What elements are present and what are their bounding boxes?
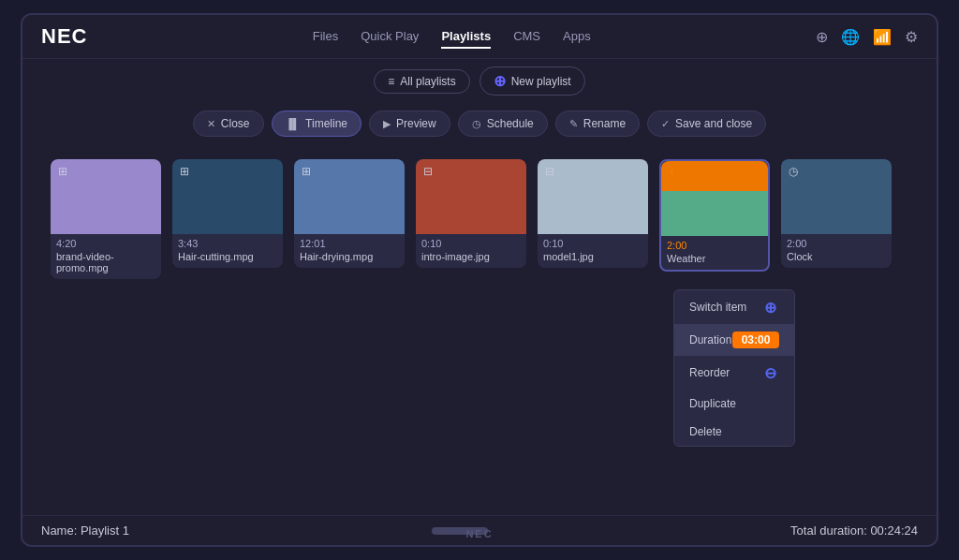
schedule-label: Schedule — [487, 117, 534, 130]
preview-icon: ▶ — [383, 118, 391, 130]
timeline-label: Timeline — [305, 117, 347, 130]
reorder-label: Reorder — [689, 366, 730, 379]
all-playlists-label: All playlists — [400, 75, 455, 88]
total-duration-label: Total duration: 00:24:24 — [790, 523, 918, 538]
card-bottom-4: 0:10 intro-image.jpg — [416, 234, 526, 268]
weather-icon: ↑ — [669, 167, 674, 180]
media-card-3[interactable]: ⊞ 12:01 Hair-drying.mpg — [294, 159, 405, 268]
name-3: Hair-drying.mpg — [300, 251, 399, 262]
duration-weather: 2:00 — [667, 240, 762, 251]
name-5: model1.jpg — [543, 251, 642, 262]
thumbnail-weather — [661, 161, 768, 236]
settings-icon[interactable]: ⚙ — [905, 28, 918, 46]
video-icon-2: ⊞ — [180, 165, 189, 178]
all-playlists-button[interactable]: ≡ All playlists — [374, 69, 469, 94]
name-1: brand-video-promo.mpg — [56, 251, 155, 273]
nec-logo: NEC — [41, 24, 87, 49]
context-duration[interactable]: Duration — [674, 324, 794, 356]
save-icon: ✓ — [661, 118, 670, 130]
switch-item-label: Switch item — [689, 301, 746, 314]
header-icons-group: ⊕ 🌐 📶 ⚙ — [816, 28, 918, 46]
media-card-2[interactable]: ⊞ 3:43 Hair-cutting.mpg — [172, 159, 283, 268]
main-nav: Files Quick Play Playlists CMS Apps — [313, 25, 591, 49]
rename-button[interactable]: ✎ Rename — [555, 111, 640, 137]
preview-label: Preview — [396, 117, 436, 130]
media-card-1[interactable]: ⊞ 4:20 brand-video-promo.mpg — [51, 159, 161, 279]
duration-2: 3:43 — [178, 238, 277, 249]
nav-quickplay[interactable]: Quick Play — [361, 25, 419, 49]
card-bottom-3: 12:01 Hair-drying.mpg — [294, 234, 405, 268]
timeline-button[interactable]: ▐▌ Timeline — [272, 111, 362, 137]
action-bar: ✕ Close ▐▌ Timeline ▶ Preview ◷ Schedule… — [22, 103, 937, 144]
list-icon: ≡ — [388, 75, 394, 88]
content-area: ⊞ 4:20 brand-video-promo.mpg ⊞ 3:43 Hair… — [22, 144, 937, 515]
schedule-button[interactable]: ◷ Schedule — [458, 111, 548, 137]
media-card-clock[interactable]: ◷ 2:00 Clock — [781, 159, 892, 268]
plus-icon: ⊕ — [494, 72, 506, 90]
close-label: Close — [221, 117, 250, 130]
card-bottom-1: 4:20 brand-video-promo.mpg — [51, 234, 161, 279]
delete-label: Delete — [689, 425, 722, 438]
context-menu: Switch item ⊕ Duration Reorder ⊖ Duplica… — [673, 289, 795, 447]
rename-icon: ✎ — [569, 118, 578, 130]
schedule-icon: ◷ — [472, 118, 481, 130]
tv-frame: NEC Files Quick Play Playlists CMS Apps … — [21, 13, 938, 547]
duplicate-label: Duplicate — [689, 397, 736, 410]
clock-icon: ◷ — [789, 165, 798, 178]
close-button[interactable]: ✕ Close — [193, 111, 264, 137]
switch-plus-button[interactable]: ⊕ — [760, 298, 779, 317]
save-close-button[interactable]: ✓ Save and close — [647, 111, 766, 137]
nav-cms[interactable]: CMS — [513, 25, 540, 49]
card-bottom-clock: 2:00 Clock — [781, 234, 892, 268]
toolbar-bar: ≡ All playlists ⊕ New playlist — [22, 59, 937, 103]
close-icon: ✕ — [207, 118, 215, 130]
context-reorder[interactable]: Reorder ⊖ — [674, 356, 794, 390]
duration-3: 12:01 — [300, 238, 399, 249]
nav-files[interactable]: Files — [313, 25, 338, 49]
duration-clock: 2:00 — [787, 238, 886, 249]
name-2: Hair-cutting.mpg — [178, 251, 277, 262]
name-clock: Clock — [787, 251, 886, 262]
media-card-5[interactable]: ⊟ 0:10 model1.jpg — [538, 159, 648, 268]
context-switch-item[interactable]: Switch item ⊕ — [674, 290, 794, 324]
nav-apps[interactable]: Apps — [563, 25, 591, 49]
playlist-strip: ⊞ 4:20 brand-video-promo.mpg ⊞ 3:43 Hair… — [51, 159, 908, 279]
context-delete[interactable]: Delete — [674, 418, 794, 446]
card-bottom-5: 0:10 model1.jpg — [538, 234, 648, 268]
context-duplicate[interactable]: Duplicate — [674, 390, 794, 418]
rename-label: Rename — [583, 117, 626, 130]
duration-input[interactable] — [732, 332, 779, 348]
wifi-icon[interactable]: 📶 — [873, 28, 892, 46]
video-icon-1: ⊞ — [58, 165, 67, 178]
duration-1: 4:20 — [56, 238, 155, 249]
name-weather: Weather — [667, 253, 762, 264]
image-icon-4: ⊟ — [423, 165, 433, 178]
duration-4: 0:10 — [421, 238, 521, 249]
save-close-label: Save and close — [675, 117, 752, 130]
playlist-name-label: Name: Playlist 1 — [41, 523, 129, 538]
image-icon-5: ⊟ — [545, 165, 554, 178]
header: NEC Files Quick Play Playlists CMS Apps … — [22, 15, 937, 59]
new-playlist-button[interactable]: ⊕ New playlist — [480, 66, 585, 96]
globe-icon[interactable]: 🌐 — [841, 28, 860, 46]
nav-playlists[interactable]: Playlists — [441, 25, 491, 49]
video-icon-3: ⊞ — [302, 165, 311, 178]
card-bottom-weather: 2:00 Weather — [661, 236, 768, 270]
new-playlist-label: New playlist — [511, 75, 571, 88]
duration-label: Duration — [689, 333, 731, 346]
card-bottom-2: 3:43 Hair-cutting.mpg — [172, 234, 283, 268]
duration-5: 0:10 — [543, 238, 642, 249]
media-card-weather[interactable]: ↑ 2:00 Weather — [659, 159, 770, 272]
media-card-4[interactable]: ⊟ 0:10 intro-image.jpg — [416, 159, 526, 268]
timeline-icon: ▐▌ — [286, 118, 301, 129]
preview-button[interactable]: ▶ Preview — [369, 111, 450, 137]
reorder-minus-button[interactable]: ⊖ — [760, 363, 779, 382]
name-4: intro-image.jpg — [421, 251, 521, 262]
footer-brand: NEC — [465, 528, 493, 539]
user-icon[interactable]: ⊕ — [816, 28, 828, 46]
